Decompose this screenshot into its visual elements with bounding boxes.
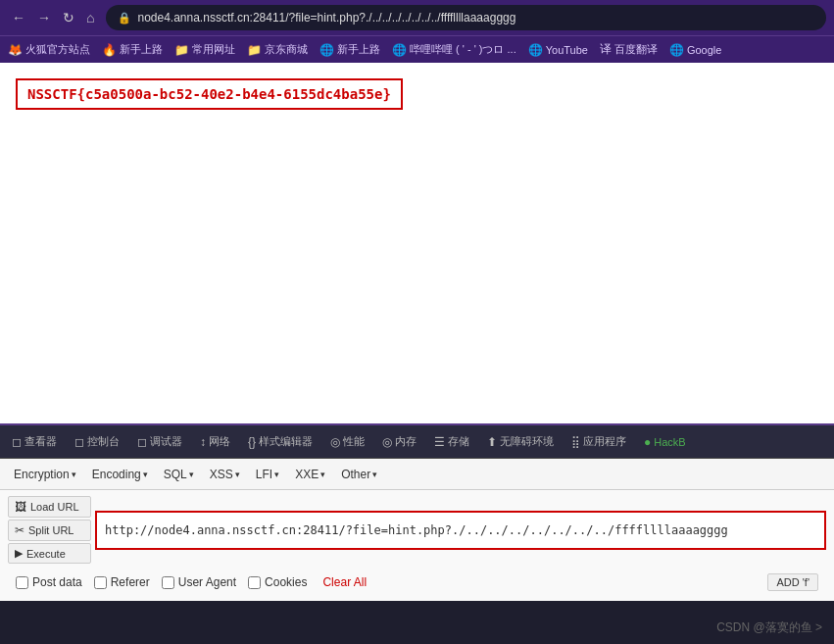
- user-agent-checkbox[interactable]: User Agent: [162, 575, 236, 589]
- post-data-checkbox[interactable]: Post data: [16, 575, 82, 589]
- hack-content: 🖼 Load URL ✂ Split URL ▶ Execute Post da…: [0, 490, 834, 601]
- xxe-label: XXE: [295, 468, 319, 481]
- address-bar[interactable]: 🔒 node4.anna.nssctf.cn:28411/?file=hint.…: [106, 5, 826, 30]
- execute-button[interactable]: ▶ Execute: [8, 543, 91, 564]
- bookmark-label: 火狐官方站点: [25, 42, 90, 57]
- bookmark-label: 哔哩哔哩 ( ' - ' )つロ ...: [410, 42, 516, 57]
- page-content: NSSCTF{c5a0500a-bc52-40e2-b4e4-6155dc4ba…: [0, 63, 834, 450]
- tab-style-editor[interactable]: {} 样式编辑器: [240, 430, 320, 453]
- flag-display: NSSCTF{c5a0500a-bc52-40e2-b4e4-6155dc4ba…: [16, 78, 403, 110]
- bookmark-google[interactable]: 🌐 Google: [669, 43, 721, 57]
- jd-icon: 📁: [247, 43, 262, 57]
- menu-sql[interactable]: SQL ▾: [158, 466, 200, 483]
- tab-application[interactable]: ⣿ 应用程序: [564, 430, 634, 453]
- huhu-icon: 🦊: [8, 43, 23, 57]
- tab-performance[interactable]: ◎ 性能: [322, 430, 372, 453]
- nav-bar: ← → ↻ ⌂ 🔒 node4.anna.nssctf.cn:28411/?fi…: [0, 0, 834, 35]
- tab-memory[interactable]: ◎ 内存: [374, 430, 424, 453]
- tab-debugger[interactable]: ◻ 调试器: [129, 430, 190, 453]
- menu-encoding[interactable]: Encoding ▾: [86, 466, 154, 483]
- cookies-check[interactable]: [248, 576, 261, 589]
- other-arrow: ▾: [372, 470, 377, 479]
- encoding-arrow: ▾: [143, 470, 148, 479]
- lock-icon: 🔒: [118, 12, 131, 25]
- bookmark-xinshou2[interactable]: 🌐 新手上路: [319, 42, 380, 57]
- execute-icon: ▶: [15, 547, 23, 560]
- application-icon: ⣿: [571, 435, 580, 449]
- menu-other[interactable]: Other ▾: [335, 466, 383, 483]
- debugger-icon: ◻: [137, 435, 147, 449]
- tab-hackbar[interactable]: ● HackB: [636, 431, 694, 453]
- bili-icon: 🌐: [392, 43, 407, 57]
- menu-xxe[interactable]: XXE ▾: [289, 466, 331, 483]
- translate-icon: 译: [600, 41, 612, 58]
- hack-toolbar: Encryption ▾ Encoding ▾ SQL ▾ XSS ▾ LFI …: [0, 459, 834, 490]
- url-row: 🖼 Load URL ✂ Split URL ▶ Execute: [8, 496, 826, 564]
- tab-label: 控制台: [87, 434, 120, 449]
- tab-accessibility[interactable]: ⬆ 无障碍环境: [479, 430, 562, 453]
- tab-label: HackB: [654, 436, 685, 448]
- tab-label: 网络: [209, 434, 230, 449]
- tab-inspector[interactable]: ◻ 查看器: [4, 430, 65, 453]
- nav-buttons: ← → ↻ ⌂: [8, 8, 98, 27]
- bookmark-huhu[interactable]: 🦊 火狐官方站点: [8, 42, 90, 57]
- clear-all-button[interactable]: Clear All: [322, 575, 367, 589]
- referer-label: Referer: [111, 575, 150, 589]
- split-url-icon: ✂: [15, 523, 25, 537]
- url-display: node4.anna.nssctf.cn:28411/?file=hint.ph…: [137, 11, 515, 25]
- bookmark-baidu-translate[interactable]: 译 百度翻译: [600, 41, 658, 58]
- post-data-check[interactable]: [16, 576, 28, 589]
- bookmark-bili[interactable]: 🌐 哔哩哔哩 ( ' - ' )つロ ...: [392, 42, 516, 57]
- inspector-icon: ◻: [12, 435, 22, 449]
- google-icon: 🌐: [669, 43, 684, 57]
- referer-check[interactable]: [94, 576, 107, 589]
- youtube-icon: 🌐: [528, 43, 543, 57]
- tab-storage[interactable]: ☰ 存储: [426, 430, 477, 453]
- url-input[interactable]: [95, 511, 826, 550]
- home-button[interactable]: ⌂: [82, 8, 98, 27]
- load-url-icon: 🖼: [15, 500, 26, 514]
- forward-button[interactable]: →: [33, 8, 55, 27]
- bookmark-jd[interactable]: 📁 京东商城: [247, 42, 308, 57]
- refresh-button[interactable]: ↻: [59, 8, 78, 27]
- tab-label: 应用程序: [583, 434, 626, 449]
- bookmark-xinshou[interactable]: 🔥 新手上路: [102, 42, 163, 57]
- back-button[interactable]: ←: [8, 8, 29, 27]
- tab-label: 无障碍环境: [500, 434, 554, 449]
- hackbar-icon: ●: [644, 435, 651, 449]
- other-label: Other: [341, 468, 370, 481]
- tab-console[interactable]: ◻ 控制台: [67, 430, 127, 453]
- network-icon: ↕: [200, 435, 206, 449]
- split-url-label: Split URL: [28, 524, 74, 536]
- menu-lfi[interactable]: LFI ▾: [250, 466, 285, 483]
- xss-label: XSS: [210, 468, 233, 481]
- bookmark-youtube[interactable]: 🌐 YouTube: [528, 43, 588, 57]
- lfi-label: LFI: [256, 468, 272, 481]
- tab-label: 内存: [395, 434, 417, 449]
- load-url-button[interactable]: 🖼 Load URL: [8, 496, 91, 518]
- devtools-tabs: ◻ 查看器 ◻ 控制台 ◻ 调试器 ↕ 网络 {} 样式编辑器 ◎ 性能 ◎ 内…: [0, 425, 834, 459]
- perf-icon: ◎: [330, 435, 340, 449]
- storage-icon: ☰: [434, 435, 445, 449]
- bookmark-label: Google: [687, 44, 721, 56]
- browser-chrome: ← → ↻ ⌂ 🔒 node4.anna.nssctf.cn:28411/?fi…: [0, 0, 834, 63]
- side-buttons: 🖼 Load URL ✂ Split URL ▶ Execute: [8, 496, 91, 564]
- xss-arrow: ▾: [235, 470, 240, 479]
- split-url-button[interactable]: ✂ Split URL: [8, 520, 91, 541]
- bookmark-changyong[interactable]: 📁 常用网址: [174, 42, 235, 57]
- globe-icon: 🌐: [319, 43, 334, 57]
- tab-network[interactable]: ↕ 网络: [192, 430, 238, 453]
- cookies-checkbox[interactable]: Cookies: [248, 575, 307, 589]
- user-agent-check[interactable]: [162, 576, 174, 589]
- bookmark-label: 常用网址: [192, 42, 235, 57]
- menu-xss[interactable]: XSS ▾: [204, 466, 246, 483]
- accessibility-icon: ⬆: [487, 435, 497, 449]
- bookmark-label: 新手上路: [120, 42, 163, 57]
- add-button[interactable]: ADD 'f': [767, 573, 818, 591]
- bookmark-label: 百度翻译: [614, 42, 658, 57]
- menu-encryption[interactable]: Encryption ▾: [8, 466, 82, 483]
- load-url-label: Load URL: [30, 501, 79, 513]
- referer-checkbox[interactable]: Referer: [94, 575, 150, 589]
- style-icon: {}: [248, 435, 256, 449]
- execute-label: Execute: [26, 548, 66, 560]
